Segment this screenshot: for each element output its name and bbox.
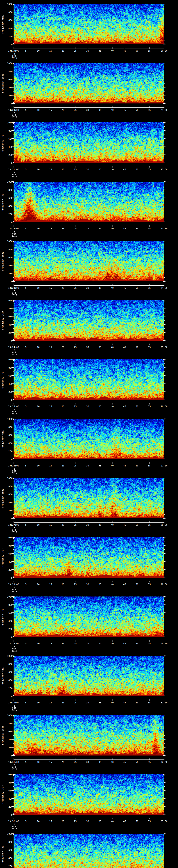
y-minor-tick-left: [13, 320, 13, 321]
x-major-tick: [38, 344, 38, 345]
y-major-tick-right: [164, 553, 166, 554]
x-major-tick: [13, 403, 14, 404]
x-minute-label: 55: [148, 583, 151, 585]
x-minute-label: 35: [98, 702, 101, 704]
x-minute-label: 15: [49, 820, 52, 823]
x-start-time-label: 13:32:00: [8, 820, 19, 823]
y-major-tick-right: [164, 443, 166, 443]
y-axis-tick-label: 600: [4, 315, 12, 318]
y-axis-tick-label: 1000: [4, 240, 12, 242]
y-minor-tick-right: [164, 692, 165, 692]
x-minute-label: 50: [136, 50, 138, 52]
x-start-time-label: 13:30:00: [8, 702, 19, 704]
spectrogram-image: [13, 596, 164, 637]
y-major-tick-left: [12, 87, 13, 88]
y-axis-tick-label: 400: [4, 501, 12, 504]
y-major-tick-right: [164, 190, 166, 190]
y-major-tick-right: [164, 806, 166, 807]
x-major-tick: [137, 758, 137, 760]
x-end-time-label: 33:00: [160, 820, 168, 823]
y-axis-title: Frequency (Hz): [1, 785, 4, 804]
y-major-tick-left: [12, 273, 13, 273]
x-minute-label: 30: [86, 50, 89, 52]
spectrogram-panel: Frequency (Hz) 10008006004002000 13:26:0…: [0, 419, 178, 478]
y-axis-tick-label: 600: [4, 789, 12, 792]
y-minor-tick-left: [13, 795, 13, 795]
x-minute-label: 20: [62, 287, 64, 289]
x-end-time-label: 22:00: [160, 168, 168, 170]
y-right-bottom-stub: [164, 754, 165, 756]
y-left-top-stub: [13, 359, 14, 361]
x-minute-label: 55: [148, 524, 151, 526]
y-minor-tick-right: [164, 16, 165, 16]
x-minute-label: 45: [123, 109, 126, 111]
spectrogram-panel: Frequency (Hz) 10008006004002000 13:21:0…: [0, 122, 178, 182]
x-minute-label: 35: [98, 109, 101, 111]
date-year: 2015: [11, 531, 17, 533]
y-left-top-stub: [13, 63, 14, 64]
y-minor-tick-right: [164, 625, 165, 625]
x-major-tick: [51, 344, 51, 345]
y-major-tick-right: [164, 249, 166, 249]
y-axis-tick-label: 600: [4, 19, 12, 21]
spectrogram-panel: Frequency (Hz) 10008006004002000 13:19:0…: [0, 4, 178, 63]
y-minor-tick-left: [13, 625, 13, 625]
y-axis-title: Frequency (Hz): [1, 430, 4, 448]
x-major-tick: [38, 462, 38, 464]
x-minute-label: 50: [136, 168, 138, 170]
y-major-tick-left: [12, 383, 13, 384]
x-major-tick: [13, 462, 14, 464]
x-start-time-label: 13:27:00: [8, 524, 19, 526]
y-major-tick-right: [164, 214, 166, 214]
y-major-tick-right: [164, 688, 166, 688]
y-left-bottom-cap: [13, 103, 15, 104]
x-major-tick: [51, 699, 51, 701]
y-axis-tick-label: 800: [4, 722, 12, 724]
x-minute-label: 50: [136, 287, 138, 289]
x-major-tick: [100, 344, 100, 345]
x-minute-label: 20: [62, 50, 64, 52]
y-minor-tick-right: [164, 795, 165, 795]
x-major-tick: [38, 521, 38, 523]
x-minute-label: 15: [49, 346, 52, 348]
x-major-tick: [51, 818, 51, 819]
y-minor-tick-left: [13, 676, 13, 676]
x-minute-label: 20: [62, 227, 64, 230]
y-axis-tick-label: 800: [4, 781, 12, 784]
y-major-tick-left: [12, 427, 13, 427]
x-major-tick: [100, 640, 100, 642]
y-minor-tick-left: [13, 159, 13, 159]
y-major-tick-right: [164, 502, 166, 502]
y-left-bottom-cap: [13, 222, 15, 222]
x-minute-label: 10: [37, 405, 40, 407]
y-left-bottom-stub: [13, 813, 14, 815]
x-minute-label: 15: [49, 168, 52, 170]
x-major-tick: [75, 344, 76, 345]
x-minute-label: 15: [49, 642, 52, 645]
y-axis-tick-label: 800: [4, 663, 12, 665]
y-major-tick-right: [164, 486, 166, 486]
y-left-bottom-cap: [13, 163, 15, 163]
y-major-tick-left: [12, 130, 13, 131]
x-start-time-label: 13:31:00: [8, 761, 19, 763]
x-major-tick: [13, 106, 14, 108]
x-major-tick: [137, 106, 137, 108]
y-major-tick-left: [12, 680, 13, 680]
x-minute-label: 45: [123, 465, 126, 467]
x-start-time-label: 13:29:00: [8, 642, 19, 645]
x-minute-label: 15: [49, 109, 52, 111]
x-minute-label: 40: [111, 227, 114, 230]
x-minute-label: 40: [111, 168, 114, 170]
y-left-bottom-stub: [13, 162, 14, 163]
y-major-tick-right: [164, 20, 166, 20]
y-minor-tick-right: [164, 854, 165, 854]
x-major-tick: [137, 403, 137, 404]
y-major-tick-left: [12, 672, 13, 672]
y-axis-tick-label: 200: [4, 391, 12, 393]
y-major-tick-left: [12, 604, 13, 605]
y-minor-tick-left: [13, 609, 13, 609]
y-minor-tick-left: [13, 743, 13, 744]
y-minor-tick-left: [13, 269, 13, 270]
x-minute-label: 35: [98, 465, 101, 467]
x-major-tick: [38, 166, 38, 167]
